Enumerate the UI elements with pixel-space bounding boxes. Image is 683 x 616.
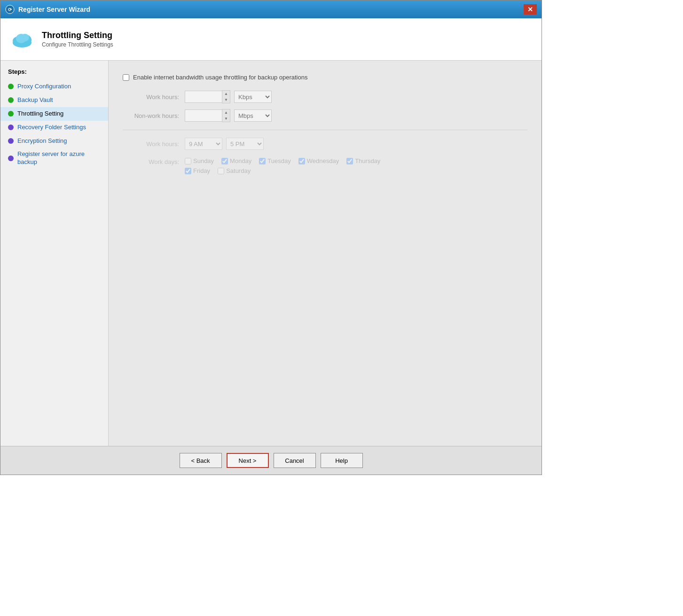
enable-throttle-checkbox[interactable] (123, 74, 129, 81)
sidebar-item-recovery[interactable]: Recovery Folder Settings (0, 121, 108, 134)
day-wednesday[interactable]: Wednesday (298, 157, 339, 164)
window-title: Register Server Wizard (18, 6, 524, 13)
day-sunday[interactable]: Sunday (185, 157, 214, 164)
saturday-checkbox[interactable] (218, 168, 224, 174)
non-work-hours-spinner-btns: ▲ ▼ (222, 109, 230, 122)
step-dot-recovery (8, 125, 14, 130)
work-hours-bandwidth-label: Work hours: (123, 94, 179, 101)
step-dot-register (8, 156, 14, 161)
step-dot-backup-vault (8, 97, 14, 103)
non-work-hours-input[interactable]: 1023.0 (185, 109, 222, 122)
sidebar-item-throttling[interactable]: Throttling Setting (0, 107, 108, 121)
non-work-hours-unit-select[interactable]: Kbps Mbps (234, 109, 272, 122)
sidebar-label-register: Register server for azure backup (17, 150, 101, 166)
svg-text:⟳: ⟳ (8, 7, 12, 12)
cancel-button[interactable]: Cancel (274, 453, 316, 468)
svg-point-6 (21, 34, 29, 41)
page-title: Throttling Setting (42, 31, 113, 40)
cloud-icon (10, 30, 34, 49)
sidebar: Steps: Proxy Configuration Backup Vault … (0, 61, 109, 446)
next-button[interactable]: Next > (227, 453, 269, 468)
wednesday-checkbox[interactable] (298, 158, 305, 164)
non-work-hours-spinner: 1023.0 ▲ ▼ (185, 109, 230, 122)
day-monday[interactable]: Monday (221, 157, 251, 164)
work-hours-input[interactable]: 256.0 (185, 91, 222, 103)
work-hours-down-btn[interactable]: ▼ (222, 97, 230, 103)
sunday-checkbox[interactable] (185, 158, 191, 164)
sidebar-item-backup-vault[interactable]: Backup Vault (0, 94, 108, 107)
header-text: Throttling Setting Configure Throttling … (42, 31, 113, 48)
throttle-form: Work hours: 256.0 ▲ ▼ Kbps Mbps (123, 90, 527, 174)
enable-throttle-label: Enable internet bandwidth usage throttli… (133, 74, 307, 81)
non-work-hours-down-btn[interactable]: ▼ (222, 116, 230, 122)
step-dot-throttling (8, 111, 14, 117)
non-work-hours-up-btn[interactable]: ▲ (222, 109, 230, 116)
work-time-row: Work hours: 6 AM 7 AM 8 AM 9 AM 10 AM 4 … (123, 138, 527, 150)
friday-checkbox[interactable] (185, 168, 191, 174)
work-time-start-select[interactable]: 6 AM 7 AM 8 AM 9 AM 10 AM (185, 138, 222, 150)
work-days-row: Work days: Sunday Monday Tuesd (123, 157, 527, 174)
footer: < Back Next > Cancel Help (0, 446, 542, 475)
close-button[interactable]: ✕ (524, 4, 537, 15)
days-row-1: Sunday Monday Tuesday Wednesday (185, 157, 380, 164)
day-tuesday[interactable]: Tuesday (259, 157, 290, 164)
app-icon: ⟳ (5, 5, 15, 14)
days-row-2: Friday Saturday (185, 167, 380, 174)
steps-label: Steps: (0, 68, 108, 80)
work-hours-unit-select[interactable]: Kbps Mbps (234, 91, 272, 103)
sidebar-item-proxy[interactable]: Proxy Configuration (0, 80, 108, 94)
sidebar-item-encryption[interactable]: Encryption Setting (0, 134, 108, 148)
day-thursday[interactable]: Thursday (346, 157, 380, 164)
step-dot-encryption (8, 138, 14, 144)
enable-row: Enable internet bandwidth usage throttli… (123, 74, 527, 81)
day-saturday[interactable]: Saturday (218, 167, 251, 174)
work-time-label: Work hours: (123, 140, 179, 148)
main-content: Steps: Proxy Configuration Backup Vault … (0, 61, 542, 446)
header: Throttling Setting Configure Throttling … (0, 18, 542, 61)
day-friday[interactable]: Friday (185, 167, 210, 174)
work-hours-spinner-btns: ▲ ▼ (222, 90, 230, 103)
work-hours-spinner: 256.0 ▲ ▼ (185, 90, 230, 103)
sidebar-label-backup-vault: Backup Vault (17, 96, 53, 104)
days-grid: Sunday Monday Tuesday Wednesday (185, 157, 380, 174)
non-work-hours-bandwidth-row: Non-work hours: 1023.0 ▲ ▼ Kbps Mbps (123, 109, 527, 122)
main-window: ⟳ Register Server Wizard ✕ Throttling Se… (0, 0, 542, 475)
work-time-end-select[interactable]: 4 PM 5 PM 6 PM 7 PM (226, 138, 264, 150)
tuesday-checkbox[interactable] (259, 158, 266, 164)
non-work-hours-label: Non-work hours: (123, 112, 179, 119)
step-dot-proxy (8, 84, 14, 89)
throttle-section: Enable internet bandwidth usage throttli… (123, 74, 527, 437)
sidebar-label-throttling: Throttling Setting (17, 110, 63, 118)
sidebar-label-proxy: Proxy Configuration (17, 83, 71, 91)
work-hours-up-btn[interactable]: ▲ (222, 91, 230, 97)
monday-checkbox[interactable] (221, 158, 228, 164)
help-button[interactable]: Help (321, 453, 363, 468)
content-area: Enable internet bandwidth usage throttli… (109, 61, 542, 446)
work-hours-bandwidth-row: Work hours: 256.0 ▲ ▼ Kbps Mbps (123, 90, 527, 103)
sidebar-item-register[interactable]: Register server for azure backup (0, 148, 108, 169)
work-days-label: Work days: (123, 157, 179, 165)
sidebar-label-recovery: Recovery Folder Settings (17, 124, 86, 132)
divider (123, 130, 527, 130)
back-button[interactable]: < Back (180, 453, 222, 468)
sidebar-label-encryption: Encryption Setting (17, 137, 67, 145)
thursday-checkbox[interactable] (346, 158, 353, 164)
page-subtitle: Configure Throttling Settings (42, 41, 113, 48)
title-bar: ⟳ Register Server Wizard ✕ (0, 0, 542, 18)
